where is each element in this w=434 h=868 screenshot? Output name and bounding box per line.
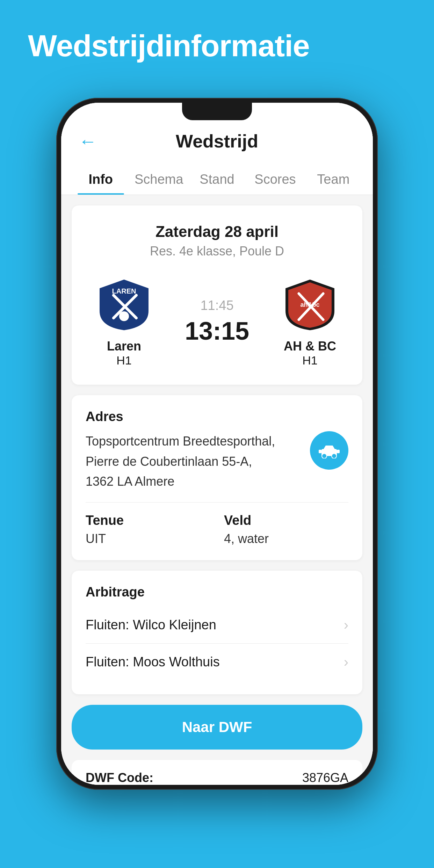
back-button[interactable]: ←: [79, 131, 97, 152]
address-label: Adres: [86, 409, 348, 424]
chevron-right-icon-2: ›: [344, 654, 348, 670]
address-text: Topsportcentrum Breedtesporthal, Pierre …: [86, 431, 310, 492]
dwf-button-label: Naar DWF: [86, 719, 348, 736]
svg-rect-11: [337, 450, 340, 453]
fields-row: Tenue UIT Veld 4, water: [86, 513, 348, 546]
veld-label: Veld: [224, 513, 348, 528]
arbitrage-name-1: Fluiten: Wilco Kleijnen: [86, 617, 216, 632]
arbitrage-label: Arbitrage: [86, 585, 348, 600]
dwf-button[interactable]: Naar DWF: [72, 705, 362, 750]
chevron-right-icon-1: ›: [344, 617, 348, 633]
arbitrage-item-1[interactable]: Fluiten: Wilco Kleijnen ›: [86, 607, 348, 644]
arbitrage-name-2: Fluiten: Moos Wolthuis: [86, 654, 220, 670]
home-team-sub: H1: [116, 354, 131, 367]
home-team: LAREN Laren H1: [86, 276, 162, 367]
home-team-name: Laren: [107, 339, 141, 354]
phone-screen: ← Wedstrijd Info Schema Stand Scores Tea…: [61, 103, 373, 785]
tenue-group: Tenue UIT: [86, 513, 210, 546]
match-card: Zaterdag 28 april Res. 4e klasse, Poule …: [72, 205, 362, 385]
phone-notch: [182, 103, 252, 120]
dwf-code-value: 3876GA: [302, 771, 348, 785]
main-content: Zaterdag 28 april Res. 4e klasse, Poule …: [61, 195, 373, 785]
match-competition: Res. 4e klasse, Poule D: [86, 244, 348, 259]
match-date: Zaterdag 28 april: [86, 223, 348, 240]
app-content: ← Wedstrijd Info Schema Stand Scores Tea…: [61, 103, 373, 785]
veld-value: 4, water: [224, 531, 348, 546]
away-team: ah&bc AH & BC H1: [272, 276, 348, 367]
address-row: Topsportcentrum Breedtesporthal, Pierre …: [86, 431, 348, 492]
tenue-label: Tenue: [86, 513, 210, 528]
svg-text:LAREN: LAREN: [112, 287, 136, 295]
tab-info[interactable]: Info: [72, 162, 130, 195]
svg-point-9: [332, 454, 337, 458]
svg-point-2: [119, 311, 129, 321]
dwf-code-label: DWF Code:: [86, 771, 153, 785]
veld-group: Veld 4, water: [224, 513, 348, 546]
match-time-planned: 11:45: [200, 298, 233, 313]
navigate-button[interactable]: [310, 431, 348, 470]
tab-scores[interactable]: Scores: [246, 162, 304, 195]
home-team-logo: LAREN: [96, 276, 152, 332]
tab-stand[interactable]: Stand: [188, 162, 246, 195]
tab-schema[interactable]: Schema: [130, 162, 188, 195]
away-team-logo: ah&bc: [282, 276, 338, 332]
divider-1: [86, 502, 348, 502]
car-icon: [319, 443, 340, 458]
svg-rect-10: [319, 450, 321, 453]
phone-frame: ← Wedstrijd Info Schema Stand Scores Tea…: [56, 98, 378, 790]
away-team-sub: H1: [302, 354, 317, 367]
arbitrage-section: Arbitrage Fluiten: Wilco Kleijnen › Flui…: [72, 571, 362, 694]
arbitrage-item-2[interactable]: Fluiten: Moos Wolthuis ›: [86, 644, 348, 680]
svg-point-8: [322, 454, 327, 458]
tenue-value: UIT: [86, 531, 210, 546]
page-background-title: Wedstrijdinformatie: [0, 0, 434, 64]
score-area: 11:45 13:15: [162, 298, 272, 345]
match-score: 13:15: [185, 317, 249, 345]
tab-team[interactable]: Team: [304, 162, 362, 195]
svg-text:ah&bc: ah&bc: [300, 301, 319, 308]
teams-row: LAREN Laren H1 11:45 13:15: [86, 276, 348, 367]
header-title: Wedstrijd: [176, 131, 258, 152]
address-section: Adres Topsportcentrum Breedtesporthal, P…: [72, 395, 362, 560]
dwf-code-row: DWF Code: 3876GA: [72, 760, 362, 785]
away-team-name: AH & BC: [284, 339, 336, 354]
tabs-container: Info Schema Stand Scores Team: [61, 162, 373, 195]
